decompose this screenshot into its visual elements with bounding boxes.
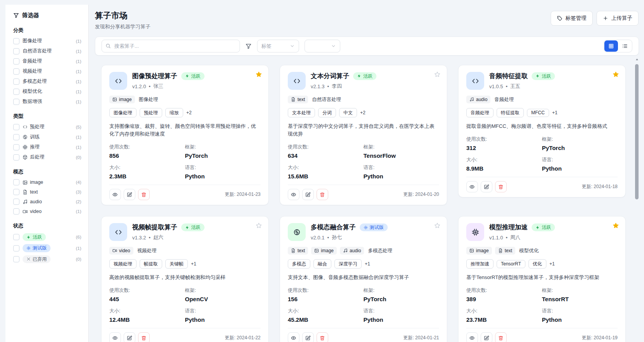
edit-button[interactable] (124, 332, 135, 342)
favorite-star-icon[interactable] (256, 71, 262, 78)
stat-usage: 使用次数:856 (109, 144, 185, 159)
delete-button[interactable] (138, 189, 150, 200)
code-icon (466, 72, 484, 90)
edit-button[interactable] (481, 181, 492, 192)
view-button[interactable] (466, 181, 478, 192)
sidebar-item[interactable]: audio(2) (13, 199, 81, 205)
sidebar-item-label-wrap: 推理 (23, 144, 73, 150)
sidebar-item[interactable]: 音频处理(1) (13, 58, 81, 65)
favorite-star-icon[interactable] (434, 71, 441, 78)
sidebar-item-label-wrap: 自然语言处理 (23, 48, 73, 54)
checkbox[interactable] (13, 99, 19, 105)
operator-card: 图像预处理算子活跃v1.2.0•张三image图像处理图像处理预处理缩放+2支持… (101, 65, 269, 205)
upload-operator-button[interactable]: 上传算子 (597, 11, 639, 26)
checkbox[interactable] (13, 179, 19, 185)
card-footer: 更新: 2024-01-21 (288, 328, 439, 342)
checkbox[interactable] (13, 199, 19, 205)
sidebar-item[interactable]: image(4) (13, 179, 81, 185)
stat-usage: 使用次数:389 (466, 287, 542, 302)
modality-label: text (298, 248, 305, 253)
sidebar-item[interactable]: 视频处理(1) (13, 68, 81, 75)
list-icon (622, 43, 628, 49)
zap-icon (536, 74, 540, 78)
edit-button[interactable] (302, 332, 314, 342)
checkbox[interactable] (13, 38, 19, 44)
sidebar-item[interactable]: 模型优化(1) (13, 88, 81, 95)
checkbox[interactable] (13, 79, 19, 85)
sidebar-item[interactable]: 自然语言处理(1) (13, 48, 81, 54)
view-button[interactable] (288, 332, 299, 342)
scroll-up-arrow[interactable] (635, 58, 639, 61)
stat-label: 大小: (109, 164, 185, 171)
header-actions: 标签管理 上传算子 (551, 11, 639, 26)
sidebar-item[interactable]: video(1) (13, 208, 81, 215)
view-button[interactable] (466, 332, 478, 342)
status-badge: 活跃 (532, 72, 555, 80)
edit-button[interactable] (124, 189, 135, 200)
checkbox[interactable] (13, 256, 19, 262)
secondary-filter-select[interactable] (304, 40, 340, 52)
edit-button[interactable] (481, 332, 492, 342)
code-icon (109, 72, 127, 90)
checkbox[interactable] (13, 234, 19, 240)
view-button[interactable] (109, 332, 121, 342)
tag-manage-button[interactable]: 标签管理 (551, 11, 593, 26)
sidebar-item[interactable]: 多模态处理(1) (13, 78, 81, 85)
card-title-block: 图像预处理算子活跃v1.2.0•张三 (132, 72, 205, 90)
scrollbar-thumb[interactable] (635, 64, 639, 199)
sidebar-item[interactable]: 活跃(6) (13, 233, 81, 241)
delete-button[interactable] (138, 332, 150, 342)
view-button[interactable] (109, 189, 121, 200)
sidebar-item[interactable]: 预处理(5) (13, 124, 81, 130)
stat-value: Python (185, 316, 261, 323)
favorite-star-icon[interactable] (612, 222, 619, 229)
delete-button[interactable] (495, 332, 507, 342)
checkbox[interactable] (13, 58, 19, 65)
stat-value: Python (364, 316, 439, 323)
checkbox[interactable] (13, 89, 19, 95)
checkbox[interactable] (13, 189, 19, 195)
sidebar-item[interactable]: 后处理(0) (13, 154, 81, 161)
favorite-star-icon[interactable] (434, 222, 441, 229)
sidebar-item[interactable]: text(3) (13, 189, 81, 195)
delete-button[interactable] (495, 181, 507, 192)
checkbox[interactable] (13, 245, 19, 251)
status-badge: 已弃用 (23, 255, 51, 263)
edit-button[interactable] (302, 189, 314, 200)
stat-value: PyTorch (364, 296, 439, 302)
grid-view-button[interactable] (604, 40, 618, 52)
favorite-star-icon[interactable] (612, 71, 619, 78)
item-count: (1) (76, 79, 81, 84)
sidebar-item[interactable]: 测试版(1) (13, 244, 81, 252)
checkbox[interactable] (13, 124, 19, 130)
stat-label: 语言: (542, 157, 618, 163)
sidebar-item[interactable]: 训练(1) (13, 134, 81, 140)
checkbox[interactable] (13, 144, 19, 150)
sidebar-item-label-wrap: 后处理 (23, 154, 73, 161)
item-count: (6) (76, 235, 81, 239)
search-input[interactable] (102, 40, 240, 52)
sidebar-item-label: 视频处理 (23, 68, 42, 75)
stat-value: 312 (466, 145, 542, 151)
sidebar-item[interactable]: 推理(1) (13, 144, 81, 150)
list-view-button[interactable] (618, 40, 632, 52)
sidebar-item[interactable]: 图像处理(1) (13, 38, 81, 44)
checkbox[interactable] (13, 68, 19, 75)
sidebar-item[interactable]: 数据增强(1) (13, 98, 81, 105)
checkbox[interactable] (13, 48, 19, 54)
favorite-star-icon[interactable] (256, 222, 262, 229)
view-button[interactable] (288, 189, 299, 200)
delete-button[interactable] (317, 332, 328, 342)
tag: 优化 (528, 259, 546, 269)
checkbox[interactable] (13, 134, 19, 140)
tag-filter-select[interactable]: 标签 (257, 40, 299, 52)
sidebar-item[interactable]: 已弃用(0) (13, 255, 81, 263)
checkbox[interactable] (13, 154, 19, 161)
checkbox[interactable] (13, 208, 19, 215)
modality-badge: text (288, 247, 308, 255)
delete-button[interactable] (317, 189, 328, 200)
sidebar-section: 模态image(4)text(3)audio(2)video(1) (13, 168, 81, 215)
music-icon (23, 199, 28, 204)
operator-description: 高效的视频帧提取算子，支持关键帧检测和均匀采样 (109, 274, 261, 281)
updated-date: 更新: 2024-01-20 (403, 191, 439, 198)
